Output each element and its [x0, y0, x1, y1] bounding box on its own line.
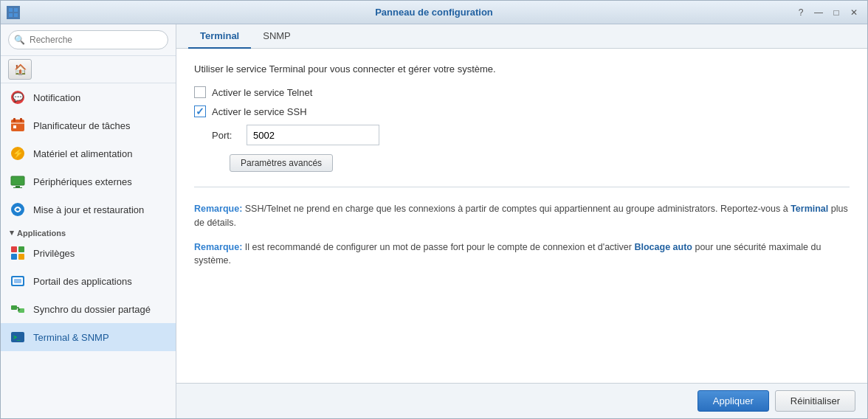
window-title: Panneau de configuration — [375, 7, 493, 18]
port-row: Port: — [212, 125, 850, 145]
remark1-text: SSH/Telnet ne prend en charge que les co… — [245, 204, 790, 214]
service-description: Utiliser le service Terminal pour vous c… — [194, 63, 850, 75]
home-area: 🏠 — [1, 56, 176, 83]
sidebar-label-portail: Portail des applications — [33, 276, 132, 287]
port-input[interactable] — [247, 125, 379, 145]
svg-rect-8 — [20, 118, 22, 122]
section-label-applications: Applications — [17, 229, 66, 238]
notification-icon: 💬 — [10, 89, 26, 105]
sidebar-item-planificateur[interactable]: Planificateur de tâches — [1, 111, 176, 139]
sidebar-label-planificateur: Planificateur de tâches — [33, 120, 131, 131]
svg-rect-20 — [18, 254, 24, 260]
divider — [194, 187, 850, 187]
sidebar-label-privileges: Privilèges — [33, 248, 75, 259]
tab-bar: Terminal SNMP — [176, 24, 867, 49]
advanced-settings-button[interactable]: Paramètres avancés — [230, 154, 333, 172]
svg-rect-19 — [11, 254, 17, 260]
svg-rect-0 — [9, 8, 13, 12]
maximize-button[interactable]: □ — [829, 5, 844, 20]
app-icon — [7, 6, 20, 19]
content-area: 🔍 🏠 💬 Notification — [1, 24, 867, 418]
svg-rect-24 — [11, 305, 17, 310]
help-button[interactable]: ? — [793, 5, 808, 20]
portal-icon — [10, 273, 26, 289]
sync-icon — [10, 301, 26, 317]
home-button[interactable]: 🏠 — [8, 59, 32, 80]
advanced-btn-area: Paramètres avancés — [212, 151, 850, 175]
sidebar-search-area: 🔍 — [1, 24, 176, 56]
sidebar-label-synchro: Synchro du dossier partagé — [33, 304, 151, 315]
search-icon: 🔍 — [14, 35, 25, 45]
telnet-row: Activer le service Telnet — [194, 86, 850, 98]
devices-icon — [10, 173, 26, 190]
tasks-icon — [10, 117, 26, 134]
sidebar-section-applications: ▾ Applications — [1, 224, 176, 239]
privileges-icon — [10, 245, 26, 261]
tab-snmp[interactable]: SNMP — [251, 24, 303, 49]
remark-2: Remarque: Il est recommandé de configure… — [194, 240, 850, 269]
chevron-down-icon: ▾ — [10, 228, 14, 238]
telnet-label: Activer le service Telnet — [212, 87, 312, 98]
sidebar-label-peripheriques: Périphériques externes — [33, 176, 132, 187]
check-icon: ✓ — [196, 105, 204, 117]
svg-text:⚡: ⚡ — [13, 148, 24, 159]
blocage-auto-link[interactable]: Blocage auto — [634, 242, 692, 252]
titlebar-left — [7, 6, 20, 19]
sidebar-label-materiel: Matériel et alimentation — [33, 148, 132, 159]
footer: Appliquer Réinitialiser — [176, 383, 867, 418]
svg-rect-6 — [11, 120, 24, 131]
svg-rect-7 — [13, 118, 16, 122]
svg-point-16 — [11, 203, 24, 216]
sidebar-item-terminal[interactable]: >_ Terminal & SNMP — [1, 323, 176, 351]
ssh-label: Activer le service SSH — [212, 106, 307, 117]
svg-rect-2 — [9, 13, 13, 17]
svg-rect-14 — [16, 186, 20, 187]
svg-rect-13 — [11, 176, 24, 185]
sidebar-item-synchro[interactable]: Synchro du dossier partagé — [1, 295, 176, 323]
remarks-area: Remarque: SSH/Telnet ne prend en charge … — [194, 202, 850, 268]
update-icon — [10, 201, 26, 218]
minimize-button[interactable]: — — [811, 5, 826, 20]
svg-text:>_: >_ — [13, 334, 21, 341]
sidebar-item-portail[interactable]: Portail des applications — [1, 267, 176, 295]
ssh-checkbox[interactable]: ✓ — [194, 105, 206, 117]
svg-rect-3 — [14, 13, 18, 17]
titlebar-controls: ? — □ ✕ — [793, 5, 861, 20]
port-label: Port: — [212, 130, 238, 141]
search-wrapper: 🔍 — [8, 30, 168, 49]
sidebar-item-notification[interactable]: 💬 Notification — [1, 83, 176, 111]
sidebar-item-mise-a-jour[interactable]: Mise à jour et restauration — [1, 195, 176, 224]
remark1-label: Remarque: — [194, 204, 242, 214]
sidebar: 🔍 🏠 💬 Notification — [1, 24, 176, 418]
svg-rect-1 — [14, 8, 18, 12]
titlebar: Panneau de configuration ? — □ ✕ — [1, 1, 867, 24]
svg-text:💬: 💬 — [13, 91, 24, 103]
sidebar-label-notification: Notification — [33, 92, 80, 103]
svg-rect-17 — [11, 246, 17, 252]
svg-rect-10 — [13, 125, 16, 128]
tab-terminal[interactable]: Terminal — [188, 24, 251, 49]
telnet-checkbox[interactable] — [194, 86, 206, 98]
main-panel: Terminal SNMP Utiliser le service Termin… — [176, 24, 867, 418]
close-button[interactable]: ✕ — [847, 5, 861, 20]
svg-rect-15 — [13, 187, 22, 188]
window: Panneau de configuration ? — □ ✕ 🔍 🏠 — [0, 0, 868, 419]
sidebar-item-materiel[interactable]: ⚡ Matériel et alimentation — [1, 139, 176, 167]
sidebar-label-mise-a-jour: Mise à jour et restauration — [33, 204, 144, 215]
search-input[interactable] — [8, 30, 168, 49]
reset-button[interactable]: Réinitialiser — [775, 390, 855, 412]
svg-rect-23 — [14, 279, 21, 283]
terminal-icon: >_ — [10, 329, 26, 345]
apply-button[interactable]: Appliquer — [698, 390, 769, 412]
ssh-row: ✓ Activer le service SSH — [194, 105, 850, 117]
remark-1: Remarque: SSH/Telnet ne prend en charge … — [194, 202, 850, 230]
remark2-text: Il est recommandé de configurer un mot d… — [245, 242, 635, 252]
sidebar-item-peripheriques[interactable]: Périphériques externes — [1, 167, 176, 195]
sidebar-label-terminal: Terminal & SNMP — [33, 332, 109, 343]
sidebar-item-privileges[interactable]: Privilèges — [1, 239, 176, 267]
remark2-label: Remarque: — [194, 242, 242, 252]
svg-rect-18 — [18, 246, 24, 252]
power-icon: ⚡ — [10, 145, 26, 162]
main-content: Utiliser le service Terminal pour vous c… — [176, 49, 867, 383]
terminal-link[interactable]: Terminal — [790, 204, 828, 214]
